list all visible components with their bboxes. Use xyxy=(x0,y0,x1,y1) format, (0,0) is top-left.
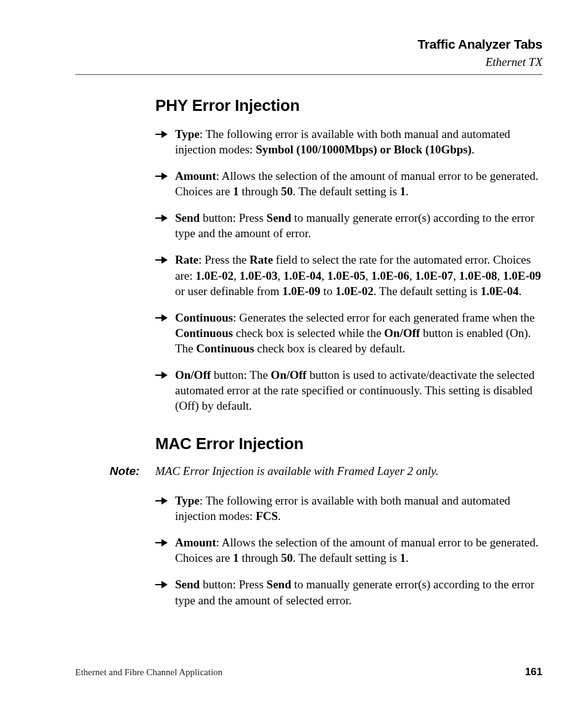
footer: Ethernet and Fibre Channel Application 1… xyxy=(75,666,542,678)
value-min: 1 xyxy=(233,185,239,198)
label-rate-field: Rate xyxy=(250,253,273,266)
text: . xyxy=(472,143,475,156)
text: . xyxy=(406,551,409,564)
label-send: Send xyxy=(175,211,200,224)
rate-value: 1.0E-03 xyxy=(239,269,277,282)
page: Traffic Analyzer Tabs Ethernet TX PHY Er… xyxy=(0,0,588,714)
footer-title: Ethernet and Fibre Channel Application xyxy=(75,667,223,678)
rate-value: 1.0E-04 xyxy=(284,269,322,282)
text: or user definable from xyxy=(175,285,282,298)
value-mode: FCS xyxy=(256,509,278,522)
text: button: Press xyxy=(200,211,266,224)
rate-value: 1.0E-06 xyxy=(371,269,409,282)
text: through xyxy=(239,551,281,564)
value-max: 50 xyxy=(281,551,293,564)
value-default: 1 xyxy=(400,185,406,198)
label-amount: Amount xyxy=(175,536,216,549)
mac-bullet-list: Type: The following error is available w… xyxy=(155,493,542,607)
text: through xyxy=(239,185,281,198)
header-subtitle: Ethernet TX xyxy=(75,55,542,69)
value-default: 1 xyxy=(400,551,406,564)
text: button: The xyxy=(211,368,271,381)
text: check box is cleared by default. xyxy=(254,342,405,355)
text: . The default setting is xyxy=(374,285,481,298)
note-text: MAC Error Injection is available with Fr… xyxy=(155,465,438,478)
heading-mac-error-injection: MAC Error Injection xyxy=(155,434,542,453)
list-item: Amount: Allows the selection of the amou… xyxy=(155,535,542,566)
arrow-icon xyxy=(155,130,168,139)
text: . The default setting is xyxy=(293,185,400,198)
text: , xyxy=(497,269,503,282)
arrow-icon xyxy=(155,497,168,505)
word-onoff: On/Off xyxy=(271,368,306,381)
rate-value: 1.0E-08 xyxy=(459,269,497,282)
word-continuous: Continuous xyxy=(196,342,254,355)
label-amount: Amount xyxy=(175,169,216,182)
list-item: On/Off button: The On/Off button is used… xyxy=(155,367,542,413)
label-send: Send xyxy=(175,578,200,591)
arrow-icon xyxy=(155,256,168,264)
text: , xyxy=(321,269,327,282)
word-continuous: Continuous xyxy=(175,327,233,339)
text: . xyxy=(406,185,409,198)
value-min: 1 xyxy=(233,551,239,564)
note-label: Note: xyxy=(110,465,155,478)
list-item: Continuous: Generates the selected error… xyxy=(155,310,542,356)
list-item: Rate: Press the Rate field to select the… xyxy=(155,252,542,298)
arrow-icon xyxy=(155,371,168,379)
rate-to: 1.0E-02 xyxy=(335,285,374,298)
word-onoff: On/Off xyxy=(384,327,420,339)
rate-value: 1.0E-02 xyxy=(195,269,234,282)
value-max: 50 xyxy=(281,185,293,198)
text: , xyxy=(453,269,459,282)
list-item: Amount: Allows the selection of the amou… xyxy=(155,168,542,199)
header: Traffic Analyzer Tabs Ethernet TX xyxy=(75,37,542,75)
header-title: Traffic Analyzer Tabs xyxy=(75,37,542,52)
list-item: Send button: Press Send to manually gene… xyxy=(155,577,542,607)
rate-value: 1.0E-05 xyxy=(327,269,365,282)
list-item: Type: The following error is available w… xyxy=(155,126,542,157)
list-item: Type: The following error is available w… xyxy=(155,493,542,524)
arrow-icon xyxy=(155,172,168,181)
rate-default: 1.0E-04 xyxy=(481,285,519,298)
label-send-btn: Send xyxy=(266,211,291,224)
text: , xyxy=(277,269,284,282)
arrow-icon xyxy=(155,580,168,589)
text: button: Press xyxy=(200,578,266,591)
heading-phy-error-injection: PHY Error Injection xyxy=(155,96,542,115)
label-send-btn: Send xyxy=(266,578,291,591)
label-type: Type xyxy=(175,494,200,507)
text: : Generates the selected error for each … xyxy=(233,311,535,324)
text: . xyxy=(518,285,521,298)
header-rule xyxy=(75,74,542,75)
arrow-icon xyxy=(155,214,168,222)
text: : The following error is available with … xyxy=(175,494,510,522)
text: . The default setting is xyxy=(293,551,400,564)
rate-value: 1.0E-07 xyxy=(415,269,453,282)
phy-bullet-list: Type: The following error is available w… xyxy=(155,126,542,413)
rate-from: 1.0E-09 xyxy=(282,285,321,298)
arrow-icon xyxy=(155,314,168,322)
label-rate: Rate xyxy=(175,253,198,266)
text: . xyxy=(278,509,281,522)
label-type: Type xyxy=(175,128,200,140)
text: , xyxy=(365,269,372,282)
rate-value: 1.0E-09 xyxy=(503,269,541,282)
list-item: Send button: Press Send to manually gene… xyxy=(155,210,542,241)
value-mode: Symbol (100/1000Mbps) or Block (10Gbps) xyxy=(256,143,472,156)
text: : Press the xyxy=(198,253,250,266)
text: check box is selected while the xyxy=(233,327,384,339)
label-onoff: On/Off xyxy=(175,368,211,381)
text: to xyxy=(321,285,335,298)
page-number: 161 xyxy=(525,666,542,678)
arrow-icon xyxy=(155,538,168,547)
body: PHY Error Injection Type: The following … xyxy=(75,96,542,608)
label-continuous: Continuous xyxy=(175,311,233,324)
note: Note: MAC Error Injection is available w… xyxy=(110,465,542,478)
